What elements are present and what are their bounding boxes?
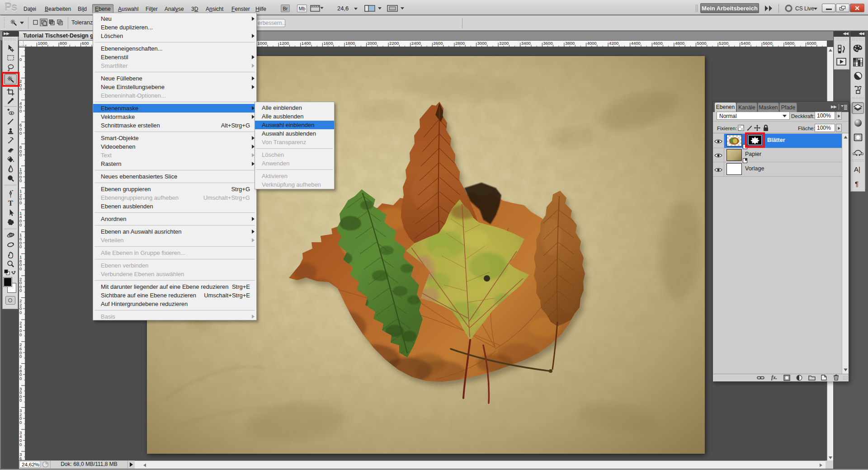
svg-text:0: 0 xyxy=(19,332,22,337)
svg-text:2200: 2200 xyxy=(389,41,399,46)
svg-text:2000: 2000 xyxy=(368,41,377,46)
svg-text:0: 0 xyxy=(19,178,22,183)
svg-text:T: T xyxy=(8,199,13,207)
svg-text:0: 0 xyxy=(19,442,22,447)
svg-text:1400: 1400 xyxy=(302,41,311,46)
svg-text:0: 0 xyxy=(19,108,22,113)
svg-text:4000: 4000 xyxy=(587,41,597,46)
svg-text:1000: 1000 xyxy=(258,41,267,46)
svg-text:0: 0 xyxy=(19,398,22,403)
svg-text:0: 0 xyxy=(19,222,22,227)
svg-text:0: 0 xyxy=(19,288,22,293)
svg-text:5400: 5400 xyxy=(741,41,750,46)
svg-text:2400: 2400 xyxy=(411,41,421,46)
svg-text:0: 0 xyxy=(19,152,22,157)
svg-text:3000: 3000 xyxy=(477,41,487,46)
svg-text:1200: 1200 xyxy=(279,41,289,46)
svg-text:0: 0 xyxy=(19,420,22,425)
svg-text:2800: 2800 xyxy=(455,41,465,46)
svg-text:800: 800 xyxy=(60,41,67,46)
svg-text:1800: 1800 xyxy=(345,41,355,46)
svg-text:0: 0 xyxy=(19,86,22,91)
svg-text:0: 0 xyxy=(19,354,22,359)
svg-text:4400: 4400 xyxy=(631,41,641,46)
svg-text:0: 0 xyxy=(19,376,22,381)
svg-text:0: 0 xyxy=(19,200,22,205)
svg-text:0: 0 xyxy=(19,131,22,136)
svg-text:600: 600 xyxy=(82,41,89,46)
svg-text:4600: 4600 xyxy=(653,41,662,46)
svg-text:5600: 5600 xyxy=(763,41,772,46)
svg-text:0: 0 xyxy=(19,57,22,62)
svg-text:1000: 1000 xyxy=(38,41,47,46)
svg-text:4200: 4200 xyxy=(609,41,618,46)
svg-text:0: 0 xyxy=(19,244,22,249)
svg-text:3400: 3400 xyxy=(521,41,531,46)
svg-text:5800: 5800 xyxy=(785,41,794,46)
svg-text:5200: 5200 xyxy=(719,41,728,46)
svg-text:3600: 3600 xyxy=(543,41,552,46)
svg-text:2600: 2600 xyxy=(433,41,443,46)
svg-text:5000: 5000 xyxy=(697,41,707,46)
svg-text:1600: 1600 xyxy=(323,41,333,46)
svg-text:3200: 3200 xyxy=(499,41,509,46)
svg-text:4800: 4800 xyxy=(675,41,684,46)
svg-text:0: 0 xyxy=(19,266,22,271)
svg-text:3800: 3800 xyxy=(565,41,575,46)
svg-text:0: 0 xyxy=(19,310,22,315)
svg-text:6000: 6000 xyxy=(807,41,816,46)
